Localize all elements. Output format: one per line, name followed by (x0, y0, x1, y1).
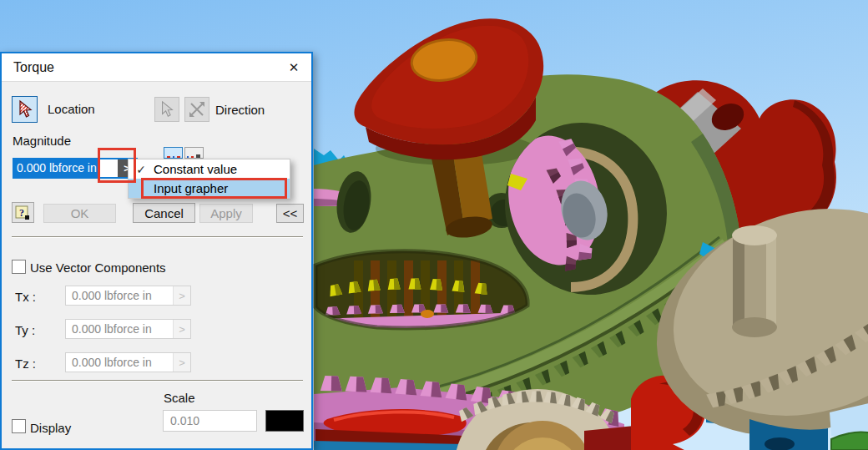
cursor-arrow-icon (159, 100, 175, 119)
ty-input[interactable]: 0.000 lbforce in > (65, 319, 191, 339)
flip-arrows-icon (188, 100, 206, 119)
display-checkbox[interactable] (12, 419, 26, 433)
tx-value: 0.000 lbforce in (66, 289, 173, 302)
graph-ticks-icon (164, 149, 182, 159)
ty-expand-button[interactable]: > (173, 320, 190, 338)
tx-label: Tx : (15, 290, 36, 304)
apply-button[interactable]: Apply (199, 204, 253, 223)
divider (12, 380, 303, 382)
direction-select-button[interactable] (154, 97, 179, 122)
use-vector-components-checkbox[interactable] (12, 260, 26, 274)
use-vector-components-label: Use Vector Components (30, 260, 166, 275)
divider (12, 236, 303, 238)
menu-item-constant-value[interactable]: ✓ Constant value (129, 159, 290, 179)
color-swatch-button[interactable] (265, 410, 304, 432)
location-select-button[interactable] (12, 96, 38, 123)
mini-graph-button-grapher[interactable] (184, 147, 204, 159)
display-label: Display (30, 421, 71, 435)
ty-label: Ty : (15, 323, 35, 337)
direction-flip-button[interactable] (184, 97, 209, 122)
annotation-expand-button-highlight (98, 148, 136, 183)
dialog-titlebar: Torque ✕ (2, 53, 311, 82)
dialog-title: Torque (13, 60, 54, 75)
tz-label: Tz : (15, 356, 36, 371)
tz-expand-button[interactable]: > (173, 353, 190, 372)
annotation-input-grapher-highlight (141, 178, 287, 199)
magnitude-label: Magnitude (13, 134, 71, 148)
magnitude-value: 0.000 lbforce in (14, 159, 99, 177)
menu-item-label: Constant value (154, 162, 237, 176)
location-label: Location (48, 102, 95, 116)
graph-ticks-icon (185, 149, 203, 159)
tx-input[interactable]: 0.000 lbforce in > (65, 286, 191, 306)
ty-value: 0.000 lbforce in (66, 322, 173, 336)
tz-input[interactable]: 0.000 lbforce in > (65, 352, 191, 372)
scale-input[interactable] (163, 410, 257, 432)
direction-label: Direction (215, 103, 265, 117)
tz-value: 0.000 lbforce in (66, 356, 173, 369)
help-button[interactable]: ? (12, 202, 34, 223)
cursor-arrow-icon (16, 99, 34, 119)
torque-dialog: Torque ✕ Location Direction Magnitude 0.… (0, 52, 313, 450)
svg-text:?: ? (19, 207, 24, 219)
ok-button[interactable]: OK (43, 204, 116, 223)
collapse-button[interactable]: << (276, 204, 304, 223)
cancel-button[interactable]: Cancel (133, 203, 195, 223)
mini-graph-button-constant[interactable] (164, 147, 183, 159)
close-icon[interactable]: ✕ (285, 58, 303, 77)
scale-label: Scale (164, 391, 195, 405)
tx-expand-button[interactable]: > (173, 286, 190, 305)
app-window: Torque ✕ Location Direction Magnitude 0.… (0, 0, 868, 450)
help-icon: ? (15, 205, 31, 220)
